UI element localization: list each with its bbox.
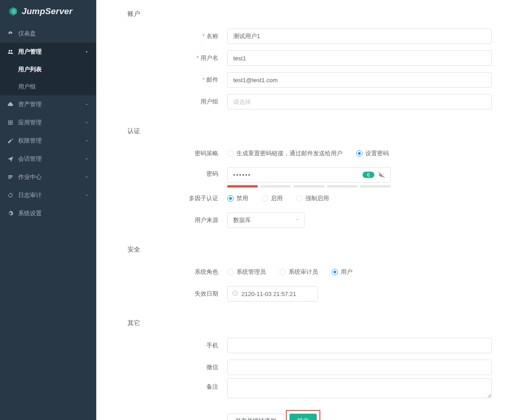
chevron-down-icon [84,174,89,181]
label-wechat: 微信 [128,363,227,371]
sidebar-item-assets[interactable]: 资产管理 [0,95,96,114]
radio-mfa-enable[interactable]: 启用 [262,194,283,203]
dashboard-icon [7,30,14,37]
radio-mfa-force[interactable]: 强制启用 [296,194,329,203]
remark-textarea[interactable] [227,378,492,398]
sidebar-item-apps[interactable]: 应用管理 [0,114,96,132]
label-mfa: 多因子认证 [128,194,227,203]
chevron-down-icon [84,119,89,126]
sidebar: JumpServer 仪表盘 用户管理 用户列表 用户组 资产管理 应用管理 [0,0,96,420]
chevron-up-icon [84,49,89,55]
sidebar-item-users[interactable]: 用户管理 [0,43,96,61]
radio-label: 禁用 [236,194,248,203]
chevron-down-icon [84,192,89,199]
name-input[interactable] [227,29,492,44]
sidebar-item-label: 日志审计 [18,191,42,199]
edit-icon [7,138,14,144]
email-input[interactable] [227,72,492,88]
username-input[interactable] [227,50,492,66]
group-select[interactable] [227,94,492,109]
password-strength-badge: 6 [363,172,374,178]
sidebar-item-settings[interactable]: 系统设置 [0,204,96,222]
tasks-icon [7,174,14,180]
phone-input[interactable] [227,338,492,353]
sidebar-subitem-label: 用户组 [18,83,36,90]
section-security: 安全 系统角色 系统管理员 系统审计员 用户 失效日期 [97,236,510,309]
label-source: 用户来源 [128,216,227,224]
chevron-down-icon [84,101,89,108]
label-role: 系统角色 [128,268,227,276]
send-icon [7,156,14,162]
sidebar-subitem-user-group[interactable]: 用户组 [0,78,96,95]
expire-date-input[interactable] [227,286,318,301]
section-auth: 认证 密码策略 生成重置密码链接，通过邮件发送给用户 设置密码 密码 6 [97,117,510,236]
label-password: 密码 [128,167,227,178]
section-title-auth: 认证 [128,125,492,135]
radio-policy-link[interactable]: 生成重置密码链接，通过邮件发送给用户 [227,149,343,158]
brand-text: JumpServer [22,6,73,16]
sidebar-subitem-user-list[interactable]: 用户列表 [0,61,96,78]
radio-label: 用户 [341,268,353,276]
password-strength-meter [227,185,391,188]
sidebar-item-perms[interactable]: 权限管理 [0,132,96,150]
label-name: *名称 [128,32,227,40]
sidebar-subitem-label: 用户列表 [18,66,42,73]
source-select[interactable] [227,212,304,228]
label-email: *邮件 [128,76,227,84]
sidebar-item-dashboard[interactable]: 仪表盘 [0,25,96,43]
submit-button[interactable]: 提交 [289,414,317,420]
settings-icon [7,210,14,217]
submit-highlight: 提交 [289,413,318,420]
section-account: 账户 *名称 *用户名 *邮件 用户组 [97,0,510,117]
brand-logo-icon [8,6,18,16]
radio-mfa-disable[interactable]: 禁用 [227,194,248,203]
section-title-security: 安全 [128,244,492,254]
sidebar-item-label: 会话管理 [18,155,42,163]
radio-label: 设置密码 [365,149,389,158]
label-expire: 失效日期 [128,290,227,298]
sidebar-item-label: 用户管理 [18,48,42,56]
radio-policy-setpwd[interactable]: 设置密码 [356,149,389,158]
chevron-down-icon [84,138,89,144]
sidebar-item-jobs[interactable]: 作业中心 [0,168,96,186]
radio-label: 强制启用 [305,194,329,203]
label-group: 用户组 [128,98,227,106]
sidebar-item-label: 应用管理 [18,119,42,127]
sidebar-item-label: 仪表盘 [18,30,36,38]
label-phone: 手机 [128,341,227,350]
sidebar-item-label: 作业中心 [18,173,42,181]
brand: JumpServer [0,0,96,25]
sidebar-subnav-users: 用户列表 用户组 [0,61,96,95]
wechat-input[interactable] [227,360,492,375]
grid-icon [7,119,14,126]
radio-label: 启用 [271,194,283,203]
clock-icon [232,290,238,298]
section-title-other: 其它 [128,317,492,327]
section-title-account: 账户 [128,8,492,18]
sidebar-item-sessions[interactable]: 会话管理 [0,150,96,168]
sidebar-item-label: 权限管理 [18,137,42,145]
radio-label: 系统审计员 [289,268,318,276]
radio-role-user[interactable]: 用户 [332,268,353,276]
label-remark: 备注 [128,378,227,391]
sidebar-item-audit[interactable]: 日志审计 [0,186,96,204]
form-actions: 保存并继续添加 提交 [97,413,510,420]
label-policy: 密码策略 [128,149,227,158]
label-username: *用户名 [128,54,227,62]
chevron-down-icon [84,156,89,163]
eye-off-icon[interactable] [378,170,386,180]
cloud-icon [7,101,14,108]
radio-label: 生成重置密码链接，通过邮件发送给用户 [236,149,343,158]
radio-label: 系统管理员 [236,268,266,276]
radio-role-auditor[interactable]: 系统审计员 [280,268,318,276]
history-icon [7,192,14,198]
sidebar-item-label: 系统设置 [18,209,42,217]
section-other: 其它 手机 微信 备注 [97,309,510,405]
sidebar-item-label: 资产管理 [18,100,42,109]
save-continue-button[interactable]: 保存并继续添加 [227,414,284,420]
users-icon [7,49,14,55]
main: 账户 *名称 *用户名 *邮件 用户组 认证 密码策略 [96,0,510,420]
nav: 仪表盘 用户管理 用户列表 用户组 资产管理 应用管理 权限管理 [0,25,96,222]
radio-role-admin[interactable]: 系统管理员 [227,268,266,276]
